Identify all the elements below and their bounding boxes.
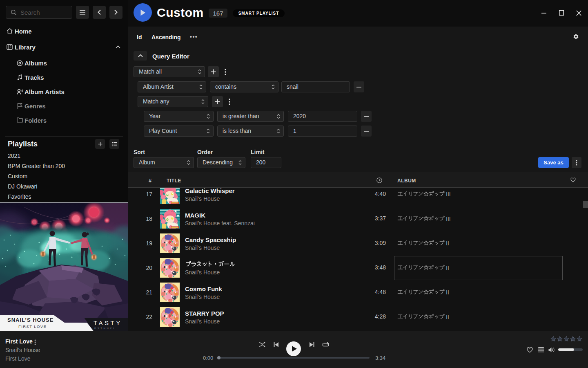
svg-text:FIRST LOVE: FIRST LOVE [18,324,47,329]
svg-text:III: III [446,215,451,222]
svg-text:SNAIL’S HOUSE: SNAIL’S HOUSE [7,317,53,323]
svg-text:II: II [446,289,449,296]
svg-text:II: II [446,314,449,320]
svg-text:TASTY: TASTY [94,319,122,326]
svg-text:II: II [446,240,449,247]
svg-text:III: III [446,191,451,197]
svg-text:BSTNNXI: BSTNNXI [94,327,115,330]
